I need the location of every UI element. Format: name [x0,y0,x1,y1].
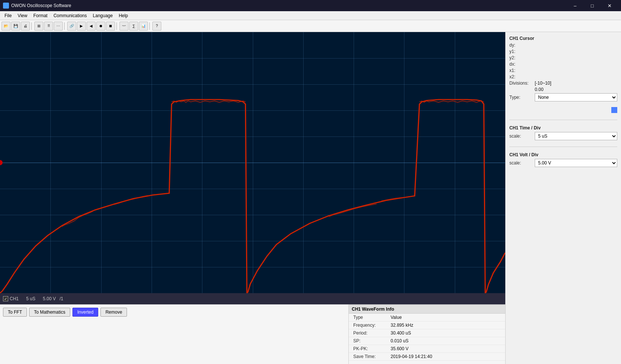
menu-format[interactable]: Format [30,12,50,19]
cursor-divisions-value: [-10~10] [535,81,551,86]
tb-arrowright[interactable]: ▶ [77,22,86,31]
cursor-y2-label: y2: [509,55,532,60]
wf-row-type: Period: [349,329,386,337]
cursor-x2-row: x2: [509,74,617,79]
tb-dotgrid[interactable]: ⠿ [44,22,53,31]
ch1-label: CH1 [10,296,19,301]
maximize-button[interactable]: □ [584,0,601,11]
time-div-scale-select[interactable]: 1 nS5 nS10 nS50 nS 100 nS500 nS1 uS5 uS … [535,132,617,140]
grid-v-6 [303,32,304,293]
volt-div-scale-label: scale: [509,160,532,166]
tb-scope[interactable]: 📊 [139,22,148,31]
cursor-divisions-label: Divisions: [509,81,532,86]
tb-stop[interactable]: ⏹ [106,22,115,31]
tb-link[interactable]: 🔗 [67,22,76,31]
wf-row-type: Save Time: [349,353,386,361]
tb-waveform[interactable]: 〰 [119,22,128,31]
tb-open[interactable]: 📂 [1,22,10,31]
panel-divider-1 [509,120,617,120]
tb-save[interactable]: 💾 [11,22,20,31]
grid-v-7 [354,32,354,293]
menu-bar: File View Format Communications Language… [0,11,621,20]
cursor-y1-label: y1: [509,49,532,54]
time-div-status: 5 uS [26,296,35,301]
grid-v-4 [202,32,202,293]
ch1-checkbox[interactable]: ✓ [3,296,8,301]
wf-row: SP:0.010 uS [349,337,505,345]
minimize-button[interactable]: – [566,0,584,11]
wf-row-value: 35.600 V [386,345,505,353]
cursor-dy-label: dy: [509,43,532,48]
tb-record[interactable]: ⏺ [96,22,105,31]
cursor-x2-label: x2: [509,74,532,79]
blue-indicator [611,107,617,113]
cursor-title: CH1 Cursor [509,36,617,41]
ch1-volt-div-section: CH1 Volt / Div scale: 10 mV20 mV50 mV100… [509,152,617,168]
main-area: ✓ CH1 5 uS 5.00 V /1 To FFT To Mathemati… [0,32,621,364]
close-button[interactable]: ✕ [601,0,618,11]
to-mathematics-button[interactable]: To Mathematics [29,308,70,317]
cursor-dy-row: dy: [509,43,617,48]
grid-v-5 [253,32,253,293]
title-text: OWON Oscilloscope Software [11,3,71,8]
wf-row-value: 30.400 uS [386,329,505,337]
tb-sep3 [117,22,118,30]
waveform-info-table: Type Value Frequency:32.895 kHzPeriod:30… [349,314,505,361]
grid-v-9 [455,32,455,293]
tb-dashgrid[interactable]: ⋯ [54,22,63,31]
waveform-info-title: CH1 WaveForm Info [349,305,505,314]
scope-canvas[interactable] [0,32,505,293]
volt-div-scale-row: scale: 10 mV20 mV50 mV100 mV 200 mV500 m… [509,159,617,167]
menu-file[interactable]: File [1,12,15,19]
ch1-checkmark: ✓ [4,297,7,301]
app-icon [3,3,9,9]
bottom-buttons: To FFT To Mathematics Inverted Remove [0,305,348,320]
wf-row-type: Frequency: [349,321,386,329]
tb-help[interactable]: ? [152,22,161,31]
time-div-title: CH1 Time / Div [509,125,617,131]
ch1-status: ✓ CH1 [3,296,19,301]
bottom-area: To FFT To Mathematics Inverted Remove CH… [0,304,505,364]
tb-arrowleft[interactable]: ◀ [87,22,96,31]
cursor-type-select[interactable]: None X Y XY [535,93,617,101]
cursor-dx-row: dx: [509,62,617,67]
scope-status-bar: ✓ CH1 5 uS 5.00 V /1 [0,293,505,304]
cursor-x1-label: x1: [509,68,532,73]
to-fft-button[interactable]: To FFT [3,308,27,317]
wf-row-type: PK-PK: [349,345,386,353]
wf-row: Period:30.400 uS [349,329,505,337]
ch1-cursor-section: CH1 Cursor dy: y1: y2: dx: x1: [509,36,617,103]
wf-col-type: Type [349,314,386,321]
panel-divider-2 [509,147,617,147]
cursor-divisions-row: Divisions: [-10~10] [509,81,617,86]
tb-sep4 [149,22,151,30]
wf-row: PK-PK:35.600 V [349,345,505,353]
cursor-type-label: Type: [509,95,532,100]
waveform-info-panel: CH1 WaveForm Info Type Value Frequency:3… [348,305,505,364]
tb-math[interactable]: ∑ [129,22,138,31]
cursor-divisions-num: 0.00 [535,87,543,92]
menu-language[interactable]: Language [90,12,116,19]
volt-div-scale-select[interactable]: 10 mV20 mV50 mV100 mV 200 mV500 mV1.00 V… [535,159,617,167]
cursor-divisions-num-row: 0.00 [509,87,617,92]
wf-row-value: 0.010 uS [386,337,505,345]
menu-help[interactable]: Help [116,12,131,19]
cursor-x1-row: x1: [509,68,617,73]
cursor-type-row: Type: None X Y XY [509,93,617,101]
time-div-scale-row: scale: 1 nS5 nS10 nS50 nS 100 nS500 nS1 … [509,132,617,140]
menu-view[interactable]: View [15,12,30,19]
time-div-scale-label: scale: [509,134,532,139]
tb-grid[interactable]: ⊞ [34,22,43,31]
inverted-button[interactable]: Inverted [72,308,98,317]
window-controls: – □ ✕ [566,0,618,11]
cursor-dx-label: dx: [509,62,532,67]
bottom-left: To FFT To Mathematics Inverted Remove [0,305,348,364]
wf-row: Save Time:2019-04-19 14:21:40 [349,353,505,361]
volt-div-title: CH1 Volt / Div [509,152,617,157]
right-panel: CH1 Cursor dy: y1: y2: dx: x1: [505,32,621,364]
tb-sep2 [64,22,66,30]
grid-v-2 [101,32,102,293]
menu-communications[interactable]: Communications [50,12,90,19]
tb-print[interactable]: 🖨 [21,22,30,31]
remove-button[interactable]: Remove [100,308,127,317]
